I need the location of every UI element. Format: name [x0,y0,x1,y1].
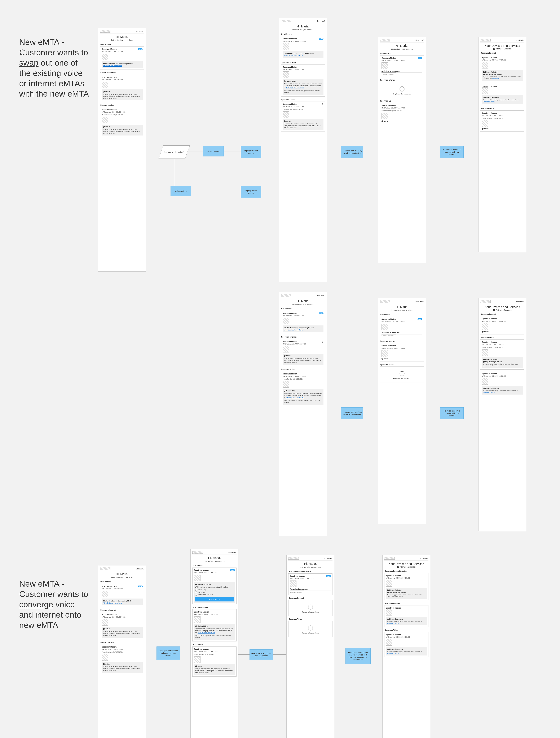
kebab-icon[interactable]: ⋮ [141,613,143,616]
phone-number: Phone Number: (000) 000-0000 [381,110,423,111]
start-activation-cta[interactable]: Start Activation by Connecting ModemView… [102,599,143,605]
card-new-modem: Spectrum ModemNEW MAC Address: XX:XX:XX:… [100,46,144,70]
mac-address: MAC Address: XX:XX:XX:XX:XX:XX [283,106,323,107]
modem-image-icon [482,349,488,356]
get-help-link[interactable]: Get Help With This Modem [198,632,215,634]
replacing-voice: Replacing this modem... [288,621,332,637]
view-detailed-link[interactable]: View Detailed Instructions [284,54,303,56]
need-help-link[interactable]: Need Help? [136,568,144,570]
phone-number: Phone Number: (000) 000-0000 [283,109,323,110]
start-activation-cta[interactable]: Start Activation by Connecting ModemView… [283,51,323,58]
mac-address: MAC Address: XX:XX:XX:XX:XX:XX [194,651,235,652]
need-help-link[interactable]: Need Help? [415,301,424,302]
start-activation-cta[interactable]: Start Activation by Connecting ModemView… [283,325,323,332]
card-voice-active: Spectrum Modem MAC Address: XX:XX:XX:XX:… [380,103,424,124]
spinner-icon [399,86,404,91]
status-active-line: Active [482,331,523,333]
kebab-icon[interactable]: ⋮ [321,340,324,343]
kebab-icon[interactable]: ⋮ [141,108,143,111]
start-activation-cta[interactable]: Start Activation by Connecting Modem Vie… [102,61,143,68]
progress-remaining: 3 minutes remaining [381,74,423,75]
return-options-link[interactable]: View Return Options [387,623,399,624]
sec-voice: Spectrum Voice [100,641,144,643]
sec-new-modem: New Modem [380,52,424,54]
logo-icon [281,20,291,22]
status-active: Active To replace this modem, disconnect… [102,89,143,100]
need-help-link[interactable]: Need Help? [516,301,524,302]
card-voice-done: Spectrum Modem MAC Address: XX:XX:XX:XX:… [480,340,524,370]
sec-new-modem: New Modem [380,314,424,316]
return-options-link[interactable]: View Return Options [387,653,399,654]
greeting: Hi, Maria. [288,562,332,566]
view-detailed-link[interactable]: View Detailed Instructions [103,65,122,67]
modem-image-icon [102,619,108,626]
mac-address: MAC Address: XX:XX:XX:XX:XX:XX [283,375,323,377]
mac-address: MAC Address: XX:XX:XX:XX:XX:XX [283,40,323,42]
kebab-icon[interactable]: ⋮ [141,76,143,79]
node-connects-auto-b: connects new modem, which auto-activates [341,407,363,419]
learn-how-link[interactable]: Learn How [492,78,499,79]
status-deactivated: Modem Deactivated To avoid additional ch… [386,617,427,625]
need-help-link[interactable]: Need Help? [324,558,332,559]
card-new-progress: Spectrum ModemNEW MAC Address: XX:XX:XX:… [380,317,424,338]
get-help-link[interactable]: Get Help With This Modem [286,397,304,398]
subhead: Let's activate your services. [281,303,325,305]
card-new-modem: Spectrum ModemNEW MAC Address: XX:XX:XX:… [100,584,144,607]
need-help-link[interactable]: Need Help? [420,558,429,559]
need-help-link[interactable]: Need Help? [316,20,325,22]
greeting: Hi, Maria. [281,25,325,28]
phone-number: Phone Number: (000) 000-0000 [482,117,523,119]
status-activated: Modem Activated Signal Strength is Good … [482,357,523,368]
status-offline: Modem Offline We're unable to connect to… [283,79,323,95]
mac-address: MAC Address: XX:XX:XX:XX:XX:XX [102,588,143,590]
need-help-link[interactable]: Need Help? [316,295,325,296]
modem-image-icon [290,581,296,587]
greeting: Hi, Maria. [380,44,424,47]
kebab-icon[interactable]: ⋮ [233,648,235,651]
card-internet-active: Spectrum Modem MAC Address: XX:XX:XX:XX:… [380,343,424,361]
view-detailed-link[interactable]: View Detailed Instructions [284,329,303,331]
screen-c4-complete-converge: Need Help? Your Devices and Services Act… [382,555,431,738]
sec-internet: Spectrum Internet [281,61,325,63]
modem-image-icon [381,62,388,69]
view-detailed-link[interactable]: View Detailed Instructions [103,602,122,604]
screen-a1-initial: Need Help? Hi, Maria. Let's activate you… [98,28,146,272]
done-title: Your Devices and Services [480,44,524,47]
subhead: Let's activate your services. [192,560,237,562]
need-help-link[interactable]: Need Help? [228,551,237,553]
need-help-link[interactable]: Need Help? [136,30,144,32]
need-help-link[interactable]: Need Help? [516,39,524,41]
mac-address: MAC Address: XX:XX:XX:XX:XX:XX [386,577,427,579]
radio-voice-only[interactable]: Voice only [195,592,234,594]
return-options-link[interactable]: View Return Options [483,101,495,102]
kebab-icon[interactable]: ⋮ [321,66,324,68]
done-sub: Activation Complete [480,48,524,50]
kebab-icon[interactable]: ⋮ [141,646,143,648]
need-help-link[interactable]: Need Help? [415,39,424,41]
sec-voice: Spectrum Voice [100,104,144,106]
card-internet-offline: ⋮ Spectrum Modem MAC Address: XX:XX:XX:X… [192,609,237,642]
modem-image-icon [194,575,201,581]
progress-label: Activation in progress... [290,588,331,590]
status-active: ActiveTo replace this modem, disconnect … [102,627,143,638]
kebab-icon[interactable]: ⋮ [321,373,324,375]
radio-internet-only[interactable]: Internet only [195,589,234,591]
card-old-voice-deact: Spectrum Modem MAC Address: XX:XX:XX:XX:… [384,632,429,657]
progress-bar [290,591,331,591]
sec-voice: Spectrum Voice [384,629,429,631]
node-connects-auto-a: connects new modem, which auto-activates [341,146,363,158]
card-internet-offline: ⋮ Spectrum Modem MAC Address: XX:XX:XX:X… [281,64,325,96]
subhead: Let's activate your services. [100,39,144,41]
screen-b4-complete-voice: Need Help? Your Devices and Services Act… [478,298,526,531]
activate-modem-button[interactable]: Activate Modem [195,597,234,602]
radio-both[interactable]: Both internet and voice [195,594,234,596]
node-unplugs-internet: unplugs internet modem [241,146,261,158]
kebab-icon[interactable]: ⋮ [233,611,235,614]
modem-image-icon [386,580,392,587]
sec-internet: Spectrum Internet [384,602,429,605]
screen-c2-connected: Need Help? Hi, Maria. Let's activate you… [191,549,238,738]
return-options-link[interactable]: View Return Options [483,392,495,393]
kebab-icon[interactable]: ⋮ [321,103,324,106]
modem-name: Spectrum Modem [102,76,116,78]
get-help-link[interactable]: Get Help With This Modem [286,87,304,89]
